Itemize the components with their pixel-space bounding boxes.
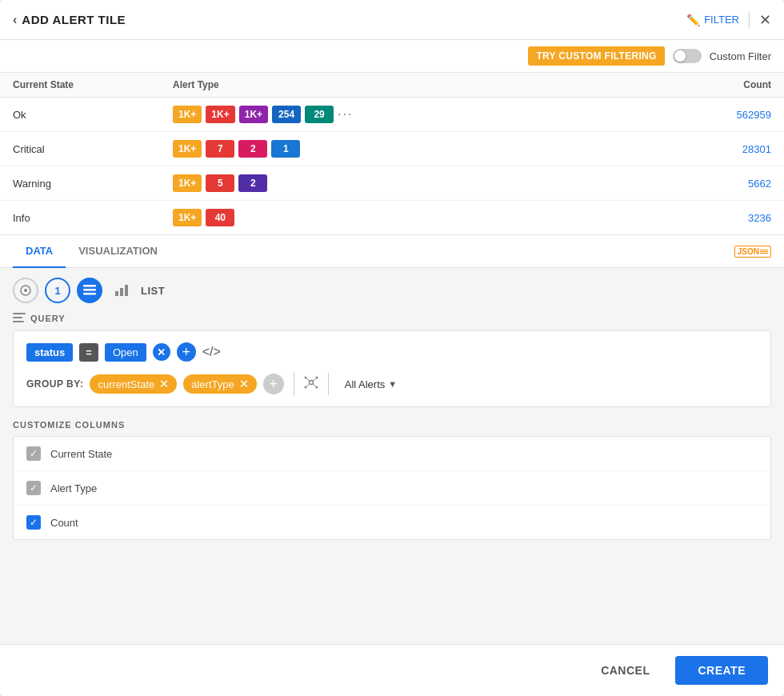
badge: 7 bbox=[206, 140, 234, 158]
toggle-thumb bbox=[674, 50, 686, 62]
query-section: QUERY status = Open ✕ + </> GROUP BY: cu… bbox=[0, 313, 784, 420]
svg-line-19 bbox=[312, 383, 315, 386]
columns-box: ✓ Current State ✓ Alert Type ✓ Count bbox=[13, 436, 771, 540]
svg-point-15 bbox=[315, 386, 318, 388]
badge: 2 bbox=[238, 174, 267, 192]
checkbox-currentstate[interactable]: ✓ bbox=[26, 446, 41, 461]
filter-operator[interactable]: = bbox=[79, 343, 98, 362]
badge: 40 bbox=[206, 209, 234, 226]
group-divider2 bbox=[328, 373, 329, 395]
svg-rect-3 bbox=[83, 289, 96, 291]
col-header-count: Count bbox=[675, 79, 771, 90]
custom-filter-label: Custom Filter bbox=[710, 50, 771, 62]
view-label: LIST bbox=[141, 285, 165, 297]
svg-point-1 bbox=[24, 289, 27, 292]
svg-rect-4 bbox=[83, 293, 96, 295]
row-count-ok: 562959 bbox=[675, 109, 771, 121]
table-header: Current State Alert Type Count bbox=[0, 73, 784, 98]
group-add-button[interactable]: + bbox=[263, 374, 284, 394]
cancel-button[interactable]: CANCEL bbox=[585, 656, 666, 685]
tab-visualization[interactable]: VISUALIZATION bbox=[66, 235, 170, 268]
header-divider bbox=[749, 12, 750, 28]
filter-remove-button[interactable]: ✕ bbox=[153, 343, 170, 361]
bar-chart-icon bbox=[115, 285, 128, 296]
query-box: status = Open ✕ + </> GROUP BY: currentS… bbox=[13, 330, 771, 407]
badge: 1K+ bbox=[239, 106, 268, 123]
create-button[interactable]: CREATE bbox=[675, 656, 768, 685]
tab-data[interactable]: DATA bbox=[13, 235, 66, 268]
row-count-warning: 5662 bbox=[675, 178, 771, 190]
more-dots[interactable]: ··· bbox=[338, 107, 353, 122]
view-list-button[interactable] bbox=[77, 278, 102, 303]
group-tag-remove-currentstate[interactable]: ✕ bbox=[159, 378, 169, 390]
ok-badges: 1K+ 1K+ 1K+ 254 29 ··· bbox=[173, 106, 675, 123]
svg-point-13 bbox=[315, 376, 318, 378]
column-name-alerttype: Alert Type bbox=[50, 482, 97, 494]
critical-badges: 1K+ 7 2 1 bbox=[173, 140, 675, 158]
badge: 29 bbox=[305, 106, 334, 123]
view-number-button[interactable]: 1 bbox=[45, 278, 70, 303]
back-icon: ‹ bbox=[13, 13, 17, 27]
column-item-alerttype: ✓ Alert Type bbox=[14, 471, 770, 506]
column-name-currentstate: Current State bbox=[50, 448, 112, 460]
view-chart-button[interactable] bbox=[109, 278, 134, 303]
filter-button[interactable]: ✏️ FILTER bbox=[686, 14, 739, 26]
svg-rect-10 bbox=[13, 321, 24, 322]
table-row: Ok 1K+ 1K+ 1K+ 254 29 ··· 562959 bbox=[0, 98, 784, 132]
filter-key-status[interactable]: status bbox=[26, 343, 73, 362]
view-circle-button[interactable] bbox=[13, 278, 38, 303]
col-header-state: Current State bbox=[13, 79, 173, 90]
json-icon[interactable]: JSON bbox=[734, 246, 771, 258]
badge: 1K+ bbox=[173, 106, 202, 123]
row-state-warning: Warning bbox=[13, 178, 173, 190]
query-section-label: QUERY bbox=[13, 313, 771, 324]
group-tag-currentstate[interactable]: currentState ✕ bbox=[90, 374, 177, 394]
column-item-currentstate: ✓ Current State bbox=[14, 437, 770, 471]
badge: 1K+ bbox=[206, 106, 234, 123]
svg-point-14 bbox=[304, 386, 306, 388]
json-lines-icon bbox=[760, 250, 768, 254]
all-alerts-dropdown[interactable]: All Alerts ▼ bbox=[338, 375, 403, 394]
badge: 1 bbox=[271, 140, 300, 158]
close-button[interactable]: ✕ bbox=[759, 11, 771, 29]
table-row: Warning 1K+ 5 2 5662 bbox=[0, 166, 784, 201]
filter-add-button[interactable]: + bbox=[177, 342, 196, 362]
code-brackets-icon[interactable]: </> bbox=[202, 345, 221, 359]
col-header-type: Alert Type bbox=[173, 79, 675, 90]
svg-rect-8 bbox=[13, 313, 26, 314]
columns-section-label: CUSTOMIZE COLUMNS bbox=[13, 420, 771, 430]
column-item-count: ✓ Count bbox=[14, 506, 770, 539]
alert-table: Current State Alert Type Count Ok 1K+ 1K… bbox=[0, 73, 784, 235]
svg-line-16 bbox=[306, 378, 310, 382]
group-tag-remove-alerttype[interactable]: ✕ bbox=[239, 378, 249, 390]
badge: 2 bbox=[238, 140, 267, 158]
table-row: Critical 1K+ 7 2 1 28301 bbox=[0, 132, 784, 166]
custom-filter-toggle[interactable] bbox=[673, 49, 702, 63]
badge: 1K+ bbox=[173, 174, 202, 192]
badge: 1K+ bbox=[173, 209, 202, 226]
svg-rect-9 bbox=[13, 317, 22, 318]
group-by-label: GROUP BY: bbox=[26, 378, 83, 390]
list-icon bbox=[83, 285, 96, 296]
modal-footer: CANCEL CREATE bbox=[0, 644, 784, 696]
svg-line-18 bbox=[306, 383, 310, 386]
custom-filter-bar: TRY CUSTOM FILTERING Custom Filter bbox=[0, 40, 784, 73]
group-by-row: GROUP BY: currentState ✕ alertType ✕ + bbox=[26, 373, 758, 395]
try-custom-filtering-button[interactable]: TRY CUSTOM FILTERING bbox=[528, 46, 664, 66]
checkbox-count[interactable]: ✓ bbox=[26, 515, 41, 530]
warning-badges: 1K+ 5 2 bbox=[173, 174, 675, 192]
column-name-count: Count bbox=[50, 517, 78, 529]
back-button[interactable]: ‹ ADD ALERT TILE bbox=[13, 13, 126, 27]
group-tag-alerttype[interactable]: alertType ✕ bbox=[183, 374, 256, 394]
query-icon bbox=[13, 313, 26, 324]
settings-icon bbox=[19, 284, 32, 297]
filter-value-open[interactable]: Open bbox=[105, 343, 146, 362]
filter-label: FILTER bbox=[704, 14, 739, 26]
row-state-critical: Critical bbox=[13, 143, 173, 155]
header-title: ADD ALERT TILE bbox=[22, 13, 126, 26]
svg-rect-7 bbox=[125, 285, 128, 296]
network-icon[interactable] bbox=[304, 376, 318, 393]
modal-container: ‹ ADD ALERT TILE ✏️ FILTER ✕ TRY CUSTOM … bbox=[0, 0, 784, 696]
checkbox-alerttype[interactable]: ✓ bbox=[26, 481, 41, 495]
badge: 254 bbox=[272, 106, 301, 123]
